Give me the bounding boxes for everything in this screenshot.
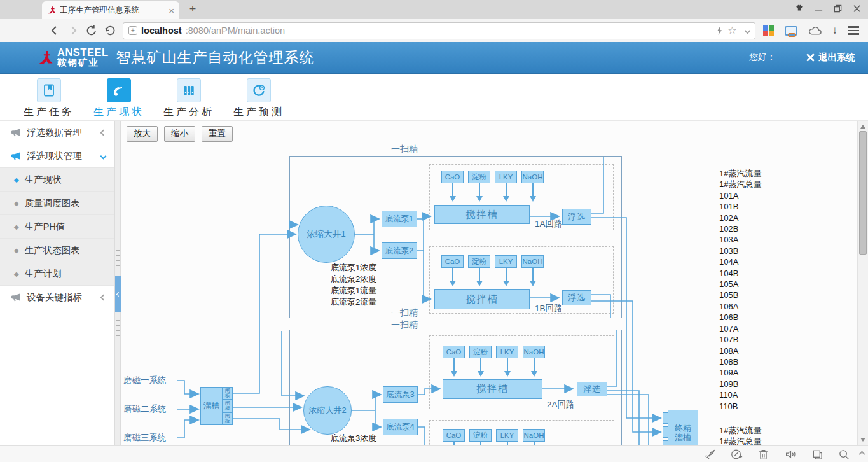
nav-item-production-task[interactable]: 生产任务 (14, 74, 84, 120)
reagent-item: CaO (441, 255, 464, 286)
site-shield-icon[interactable]: + (128, 26, 137, 35)
diagram-toolbar: 放大 缩小 重置 (127, 126, 233, 142)
apps-grid-icon[interactable] (763, 25, 774, 36)
close-window-icon[interactable] (852, 4, 862, 13)
scrollbar-thumb[interactable] (859, 131, 867, 255)
forward-icon[interactable] (67, 24, 79, 37)
restore-icon[interactable] (833, 4, 843, 13)
zoom-in-button[interactable]: 放大 (127, 126, 158, 142)
refresh-icon[interactable] (85, 24, 98, 37)
reagent-feed-line (506, 183, 507, 196)
nav-item-label: 生产分析 (163, 106, 214, 119)
sidebar-splitter[interactable] (114, 121, 121, 445)
speaker-icon[interactable] (784, 448, 797, 461)
url-dropdown-icon[interactable] (744, 27, 750, 34)
tag-value-item: 103A (719, 234, 761, 245)
pump-2-node: 底流泵2 (382, 242, 417, 259)
reagent-item: CaO (443, 346, 465, 377)
sidebar-item-production-state-chart[interactable]: ◆ 生产状态图表 (0, 239, 114, 262)
sidebar-group-flotation-status[interactable]: 浮选现状管理 (0, 144, 114, 168)
thickener-2-node: 浓缩大井2 (303, 386, 352, 435)
zoom-out-button[interactable]: 缩小 (164, 126, 195, 142)
reagent-row-1a: CaO 淀粉 LKY NaOH (441, 171, 544, 202)
search-zoom-icon[interactable] (838, 449, 850, 461)
lightning-icon[interactable] (715, 25, 724, 36)
scroll-up-arrow[interactable] (860, 125, 865, 129)
reagent-box: 淀粉 (469, 429, 492, 442)
new-tab-button[interactable]: + (186, 3, 200, 17)
arrow-down-icon (531, 371, 537, 377)
reagent-feed-line (452, 268, 453, 281)
logout-button[interactable]: 退出系统 (806, 52, 855, 64)
flotation-2a: 浮选 (577, 382, 607, 396)
screenshot-icon[interactable] (785, 26, 797, 36)
cloud-sync-icon[interactable] (808, 25, 822, 36)
tab-close-icon[interactable]: × (169, 6, 174, 15)
splitter-grip (116, 320, 120, 338)
sidebar-item-label: 生产PH值 (25, 221, 106, 233)
statusbar-collapse-icon[interactable] (859, 451, 865, 458)
sidebar-item-production-status[interactable]: ◆ 生产现状 (0, 168, 114, 192)
arrow-down-icon (503, 196, 509, 202)
brand-block: ANSTEEL 鞍钢矿业 (57, 47, 109, 68)
sidebar-group-equipment-kpi[interactable]: 设备关键指标 (0, 286, 114, 309)
sidebar-item-production-ph[interactable]: ◆ 生产PH值 (0, 215, 114, 239)
nav-item-production-status[interactable]: 生产现状 (84, 74, 154, 120)
sidebar-item-production-plan[interactable]: ◆ 生产计划 (0, 262, 114, 286)
diamond-icon: ◆ (14, 270, 19, 277)
sidebar-group-label: 浮选现状管理 (27, 150, 95, 162)
tag-value-list-bottom: 1#蒸汽流量1#蒸汽总量 (719, 425, 761, 445)
multi-window-icon[interactable] (811, 449, 823, 461)
trash-icon[interactable] (757, 448, 769, 461)
nav-item-label: 生产预测 (233, 106, 284, 119)
download-icon[interactable]: ↓ (832, 24, 838, 37)
diamond-icon: ◆ (14, 247, 19, 254)
boost-rocket-icon[interactable] (703, 448, 715, 461)
reagent-row-1b: CaO 淀粉 LKY NaOH (441, 255, 544, 286)
arrow-down-icon (476, 281, 483, 286)
nav-item-production-analysis[interactable]: 生产分析 (154, 74, 224, 120)
minimize-icon[interactable] (814, 4, 823, 13)
greeting-text: 您好： (749, 52, 776, 63)
flotation-1b: 浮选 (562, 290, 591, 305)
mixer-tank-1a: 搅拌槽 (434, 205, 530, 224)
sidebar-group-flotation-data[interactable]: 浮选数据管理 (0, 121, 114, 144)
chute-node: 溜槽 (200, 387, 223, 425)
status-icon (107, 78, 131, 102)
final-concentrate-chute: 终精 溜槽 (668, 410, 698, 445)
pump-1-node: 底流泵1 (382, 211, 417, 227)
reagent-item: CaO (443, 429, 465, 445)
page-scrollbar[interactable] (857, 121, 868, 445)
app-header: ANSTEEL 鞍钢矿业 智慧矿山生产自动化管理系统 您好： 退出系统 (0, 42, 868, 74)
back-icon[interactable] (48, 24, 61, 37)
tag-value-item: 101B (719, 201, 761, 212)
reagent-item: NaOH (523, 429, 545, 445)
tag-value-list: 1#蒸汽流量1#蒸汽总量101A101B102A102B103A103B104A… (719, 168, 761, 412)
gate-node: 闸板 (223, 412, 233, 425)
scroll-down-arrow[interactable] (860, 438, 865, 442)
application-window: 工序生产管理信息系统 × + + localhost :8080/anPM/ma… (0, 0, 868, 462)
sidebar-item-label: 生产状态图表 (25, 244, 106, 256)
reagent-box: CaO (443, 429, 465, 442)
sidebar-item-label: 生产现状 (25, 174, 106, 186)
reagent-item: NaOH (523, 346, 545, 377)
nav-item-production-forecast[interactable]: 生产预测 (224, 74, 294, 120)
tag-value-item: 102B (719, 223, 761, 234)
bookmark-star-icon[interactable]: ☆ (727, 25, 736, 36)
app-title: 智慧矿山生产自动化管理系统 (116, 48, 315, 67)
diamond-icon: ◆ (14, 223, 19, 230)
sidebar-item-quality-dispatch-chart[interactable]: ◆ 质量调度图表 (0, 192, 114, 215)
reagent-box: NaOH (523, 346, 545, 358)
mill-system-1-label: 磨磁一系统 (123, 375, 167, 386)
url-field[interactable]: + localhost :8080/anPM/main.action ☆ (123, 22, 755, 39)
reagent-feed-line (532, 183, 534, 196)
browser-tab[interactable]: 工序生产管理信息系统 × (42, 1, 179, 19)
tag-value-item: 101A (719, 190, 761, 201)
browser-skin-icon[interactable] (794, 3, 804, 13)
undo-reload-icon[interactable] (104, 24, 116, 37)
reset-button[interactable]: 重置 (202, 126, 233, 142)
splitter-grip (116, 250, 120, 268)
note-pen-icon[interactable] (730, 448, 743, 461)
field-separator (741, 25, 741, 36)
menu-icon[interactable] (848, 26, 859, 34)
